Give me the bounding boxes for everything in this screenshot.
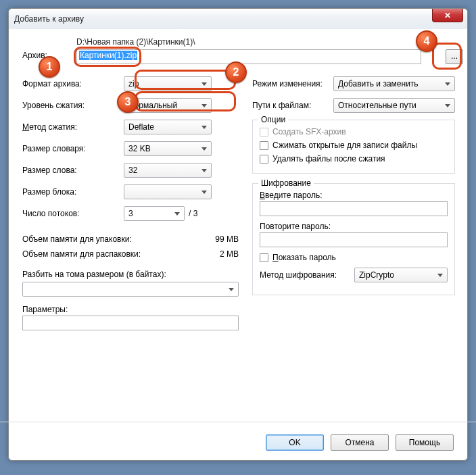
browse-button[interactable]: ... (446, 49, 463, 64)
paths-combo[interactable]: Относительные пути (333, 98, 455, 113)
encrypt-title: Шифрование (258, 178, 314, 188)
dict-label: Размер словаря: (22, 144, 124, 153)
annotation-marker-1: 1 (39, 56, 60, 78)
show-pwd-checkbox[interactable] (260, 253, 268, 262)
encrypt-group: Шифрование Введите пароль: Повторите пар… (252, 183, 455, 295)
chevron-down-icon (174, 212, 180, 216)
archive-filename-value: Картинки(1).zip (79, 51, 137, 60)
annotation-marker-2: 2 (225, 61, 247, 83)
options-title: Опции (258, 115, 288, 124)
delete-label: Удалять файлы после сжатия (272, 154, 385, 164)
method-label: Метод сжатия: (22, 122, 124, 132)
left-column: Формат архива: zip Уровень сжатия: Норма… (22, 76, 239, 336)
mem-unpack-label: Объем памяти для распаковки: (22, 249, 141, 259)
level-label: Уровень сжатия: (22, 101, 124, 110)
chevron-down-icon (201, 104, 207, 107)
pwd-input[interactable] (260, 201, 448, 216)
right-column: Режим изменения: Добавить и заменить Пут… (252, 76, 455, 295)
chevron-down-icon (201, 126, 207, 129)
chevron-down-icon (201, 147, 207, 151)
dict-combo[interactable]: 32 KB (124, 141, 212, 156)
block-combo[interactable] (124, 184, 212, 199)
window-title: Добавить к архиву (14, 14, 84, 24)
paths-label: Пути к файлам: (252, 101, 333, 110)
enc-method-label: Метод шифрования: (260, 270, 354, 280)
shared-label: Сжимать открытые для записи файлы (272, 141, 417, 150)
mem-unpack-value: 2 MB (220, 249, 239, 259)
options-group: Опции Создать SFX-архив Сжимать открытые… (252, 120, 455, 174)
archive-filename-input[interactable]: Картинки(1).zip (76, 49, 421, 64)
split-label: Разбить на тома размером (в байтах): (22, 270, 239, 279)
mode-combo[interactable]: Добавить и заменить (333, 76, 455, 91)
format-label: Формат архива: (22, 79, 124, 89)
dict-value: 32 KB (128, 144, 151, 153)
pwd-label: Введите пароль: (260, 191, 448, 200)
block-label: Размер блока: (22, 187, 124, 197)
mem-pack-value: 99 MB (215, 234, 239, 244)
delete-checkbox[interactable] (260, 155, 268, 164)
browse-label: ... (451, 51, 458, 61)
threads-max: / 3 (189, 209, 197, 218)
mem-pack-label: Объем памяти для упаковки: (22, 234, 132, 244)
chevron-down-icon (201, 191, 207, 194)
titlebar: Добавить к архиву ✕ (9, 9, 467, 29)
method-combo[interactable]: Deflate (124, 120, 212, 134)
chevron-down-icon (437, 274, 443, 277)
paths-value: Относительные пути (338, 101, 416, 110)
sfx-label: Создать SFX-архив (272, 127, 346, 136)
show-pwd-label: Показать пароль (272, 253, 336, 262)
word-combo[interactable]: 32 (124, 163, 212, 178)
sfx-checkbox (260, 128, 268, 136)
threads-combo[interactable]: 3 (124, 206, 185, 221)
word-value: 32 (128, 166, 137, 175)
divider (0, 422, 476, 422)
close-button[interactable]: ✕ (432, 9, 463, 22)
pwd2-input[interactable] (260, 232, 448, 247)
dialog-window: Добавить к архиву ✕ Архив: D:\Новая папк… (8, 8, 468, 461)
threads-value: 3 (128, 209, 133, 218)
format-value: zip (128, 79, 139, 89)
chevron-down-icon (445, 104, 450, 107)
word-label: Размер слова: (22, 166, 124, 175)
help-button[interactable]: Помощь (396, 434, 454, 451)
enc-method-combo[interactable]: ZipCrypto (354, 268, 448, 282)
annotation-marker-3: 3 (117, 91, 139, 113)
params-label: Параметры: (22, 305, 239, 314)
enc-method-value: ZipCrypto (359, 270, 394, 280)
close-icon: ✕ (444, 11, 451, 20)
dialog-content: Архив: D:\Новая папка (2)\Картинки(1)\ К… (9, 29, 467, 421)
mode-value: Добавить и заменить (338, 79, 419, 89)
chevron-down-icon (201, 169, 207, 172)
ok-button[interactable]: OK (266, 434, 324, 451)
method-value: Deflate (128, 122, 154, 132)
pwd2-label: Повторите пароль: (260, 222, 448, 231)
shared-checkbox[interactable] (260, 141, 268, 150)
format-combo[interactable]: zip (124, 76, 212, 91)
chevron-down-icon (201, 82, 207, 86)
button-bar: OK Отмена Помощь (266, 434, 454, 451)
params-input[interactable] (22, 316, 239, 330)
threads-label: Число потоков: (22, 209, 124, 218)
chevron-down-icon (229, 288, 234, 291)
chevron-down-icon (445, 82, 450, 86)
cancel-button[interactable]: Отмена (331, 434, 389, 451)
split-combo[interactable] (22, 282, 239, 297)
archive-path: D:\Новая папка (2)\Картинки(1)\ (76, 37, 195, 47)
mode-label: Режим изменения: (252, 79, 333, 89)
annotation-marker-4: 4 (416, 30, 437, 52)
